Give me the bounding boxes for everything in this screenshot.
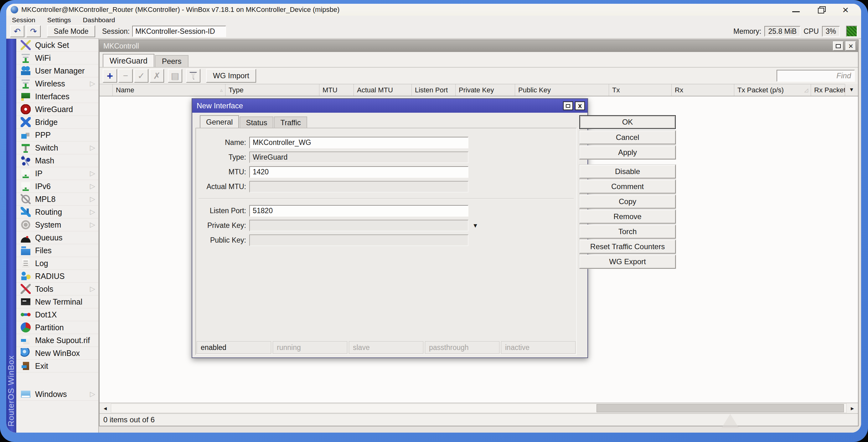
left-brand-strip: RouterOS WinBox bbox=[6, 39, 16, 433]
sidebar-item[interactable]: Quick Set bbox=[16, 39, 98, 52]
sidebar-item[interactable]: WireGuard bbox=[16, 103, 98, 116]
tab[interactable]: Peers bbox=[155, 55, 188, 67]
menu-item[interactable]: Dashboard bbox=[83, 16, 115, 24]
session-input[interactable] bbox=[132, 26, 226, 37]
sidebar-item[interactable]: Routing ▷ bbox=[16, 206, 98, 219]
sidebar-item[interactable]: WiFi bbox=[16, 52, 98, 64]
sidebar-item[interactable]: System ▷ bbox=[16, 219, 98, 231]
remove-button[interactable]: − bbox=[118, 69, 133, 83]
dialog-action-button[interactable]: Apply bbox=[579, 146, 676, 159]
scrollbar-thumb[interactable] bbox=[596, 404, 844, 412]
field-input[interactable] bbox=[249, 220, 468, 231]
menu-item[interactable]: Session bbox=[12, 16, 35, 24]
add-button[interactable]: + bbox=[103, 69, 117, 83]
dialog-titlebar[interactable]: New Interface x bbox=[192, 99, 587, 113]
restore-icon[interactable] bbox=[818, 8, 824, 13]
sidebar-item[interactable]: Queuus bbox=[16, 231, 98, 244]
sidebar-item[interactable]: Mash bbox=[16, 154, 98, 167]
sidebar-item[interactable]: Tools ▷ bbox=[16, 283, 98, 295]
traffic-graph-icon[interactable] bbox=[846, 26, 857, 37]
sidebar-item[interactable]: Log bbox=[16, 257, 98, 270]
sidebar-item[interactable]: MPL8 ▷ bbox=[16, 193, 98, 206]
dialog-action-button[interactable]: Disable bbox=[579, 165, 676, 179]
field-input[interactable] bbox=[249, 137, 468, 148]
sidebar-item[interactable]: Wireless ▷ bbox=[16, 77, 98, 90]
mkcontroll-titlebar[interactable]: MKControll × bbox=[100, 40, 858, 52]
dialog-action-button[interactable]: Remove bbox=[579, 210, 676, 223]
sidebar-item[interactable]: Dot1X bbox=[16, 308, 98, 321]
redo-button[interactable]: ↷ bbox=[26, 25, 41, 37]
enable-button[interactable]: ✓ bbox=[134, 69, 148, 83]
dialog-tab[interactable]: Status bbox=[240, 117, 273, 128]
filter-button[interactable] bbox=[186, 69, 200, 83]
tab[interactable]: WireGuard bbox=[103, 54, 154, 67]
dialog-action-button[interactable]: WG Export bbox=[579, 255, 676, 269]
dialog-action-button[interactable]: Cancel bbox=[579, 130, 676, 144]
sidebar-item[interactable]: New Terminal bbox=[16, 295, 98, 308]
column-select-button[interactable]: ▼ bbox=[845, 84, 858, 96]
dialog-action-button[interactable]: OK bbox=[579, 115, 676, 129]
column-header[interactable]: Listen Port bbox=[412, 84, 456, 96]
dialog-close-button[interactable]: x bbox=[575, 101, 585, 110]
wireguard-toolbar: + − ✓ ✗ ▤ WG Import bbox=[100, 67, 858, 84]
column-header[interactable]: Actual MTU bbox=[354, 84, 412, 96]
column-header[interactable]: Name ▵ bbox=[113, 84, 225, 96]
field-input[interactable] bbox=[249, 205, 468, 217]
sidebar-item[interactable]: Exit bbox=[16, 360, 98, 373]
field-input[interactable] bbox=[249, 152, 468, 163]
sidebar-item[interactable]: Windows ▷ bbox=[16, 388, 98, 401]
sidebar-item[interactable]: IPv6 ▷ bbox=[16, 180, 98, 193]
dropdown-arrow-icon[interactable]: ▼ bbox=[468, 222, 482, 229]
safe-mode-button[interactable]: Safe Mode bbox=[47, 25, 95, 37]
dialog-action-button[interactable]: Reset Traffic Counters bbox=[579, 240, 676, 254]
dialog-action-button[interactable]: Copy bbox=[579, 195, 676, 209]
sidebar-item[interactable]: Bridge bbox=[16, 116, 98, 129]
column-header[interactable]: MTU bbox=[319, 84, 354, 96]
wg-import-button[interactable]: WG Import bbox=[206, 69, 256, 83]
sidebar-item-label: RADIUS bbox=[35, 272, 64, 281]
minimize-icon[interactable] bbox=[792, 7, 800, 12]
scrollbar-track[interactable] bbox=[111, 404, 847, 413]
sidebar-item[interactable]: User Manager bbox=[16, 64, 98, 77]
dialog-action-button[interactable]: Comment bbox=[579, 180, 676, 193]
field-input[interactable] bbox=[249, 166, 468, 178]
column-header[interactable]: Tx Packet (p/s) ◿ bbox=[734, 84, 811, 96]
sidebar-item[interactable]: IP ▷ bbox=[16, 167, 98, 180]
maximize-button[interactable] bbox=[833, 41, 844, 51]
comment-button[interactable]: ▤ bbox=[168, 69, 182, 83]
column-header[interactable] bbox=[100, 84, 113, 96]
dialog-tab[interactable]: General bbox=[200, 115, 239, 128]
close-icon[interactable]: × bbox=[842, 6, 848, 14]
column-header[interactable]: Private Key bbox=[456, 84, 515, 96]
scroll-left-button[interactable]: ◂ bbox=[100, 404, 111, 413]
sidebar-item-label: Switch bbox=[35, 144, 58, 153]
sidebar-item[interactable]: Partition bbox=[16, 321, 98, 334]
close-button[interactable]: × bbox=[845, 41, 856, 51]
dialog-maximize-button[interactable] bbox=[563, 101, 573, 110]
sidebar-item[interactable]: RADIUS bbox=[16, 270, 98, 283]
dialog-action-button[interactable]: Torch bbox=[579, 225, 676, 239]
sidebar-item[interactable]: New WinBox bbox=[16, 347, 98, 360]
field-input[interactable] bbox=[249, 234, 468, 246]
dialog-button-column: OKCancelApplyDisableCommentCopyRemoveTor… bbox=[577, 113, 677, 355]
column-header[interactable]: Tx bbox=[609, 84, 672, 96]
column-header[interactable]: Rx bbox=[672, 84, 734, 96]
menu-item[interactable]: Settings bbox=[47, 16, 71, 24]
sidebar-item[interactable]: Interfaces bbox=[16, 90, 98, 103]
find-input[interactable] bbox=[777, 70, 855, 82]
undo-button[interactable]: ↶ bbox=[10, 25, 24, 37]
dialog-tab[interactable]: Traffic bbox=[274, 117, 307, 128]
plus-icon: + bbox=[107, 70, 113, 82]
sidebar-item[interactable]: Files bbox=[16, 244, 98, 257]
scroll-right-button[interactable]: ▸ bbox=[847, 404, 858, 413]
column-header[interactable]: Type bbox=[225, 84, 319, 96]
cpu-value: 3% bbox=[822, 26, 840, 37]
disable-button[interactable]: ✗ bbox=[150, 69, 164, 83]
submenu-arrow-icon: ▷ bbox=[90, 169, 95, 178]
sidebar-item[interactable]: Make Supout.rif bbox=[16, 334, 98, 347]
sidebar-item-label: Exit bbox=[35, 361, 48, 371]
sidebar-item[interactable]: Switch ▷ bbox=[16, 141, 98, 154]
sidebar-item[interactable]: PPP bbox=[16, 129, 98, 141]
field-input[interactable] bbox=[249, 181, 468, 192]
column-header[interactable]: Public Key bbox=[515, 84, 609, 96]
